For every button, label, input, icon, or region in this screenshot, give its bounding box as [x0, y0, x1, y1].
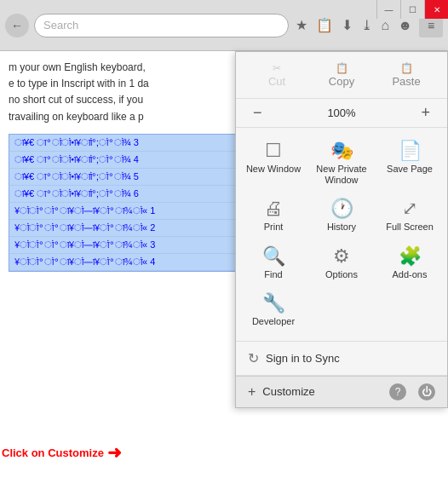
customize-row: + Customize ? ⏻: [236, 376, 447, 407]
history-label: History: [327, 222, 356, 233]
add-ons-label: Add-ons: [393, 269, 428, 280]
new-window-icon: ☐: [265, 141, 282, 160]
new-private-window-icon: 🎭: [330, 141, 353, 160]
new-private-window-label: New Private Window: [313, 164, 370, 186]
options-icon: ⚙: [333, 247, 350, 266]
full-screen-button[interactable]: ⤢Full Screen: [377, 194, 442, 238]
copy-label: Copy: [313, 75, 370, 88]
signin-icon: ↻: [248, 350, 259, 366]
full-screen-icon: ⤢: [402, 199, 417, 218]
minimize-button[interactable]: —: [376, 0, 400, 19]
add-ons-icon: 🧩: [399, 247, 422, 266]
edit-row: ✂ Cut 📋 Copy 📋 Paste: [236, 52, 447, 99]
new-private-window-button[interactable]: 🎭New Private Window: [309, 136, 374, 191]
close-button[interactable]: ✕: [424, 0, 448, 19]
history-button[interactable]: 🕐History: [309, 194, 374, 238]
print-label: Print: [264, 222, 284, 233]
click-label: Click on Customize ➜: [2, 442, 122, 463]
copy-button[interactable]: 📋 Copy: [309, 59, 374, 91]
print-button[interactable]: 🖨Print: [241, 194, 306, 238]
zoom-plus-button[interactable]: +: [414, 104, 437, 122]
find-icon: 🔍: [262, 247, 285, 266]
print-icon: 🖨: [264, 199, 283, 218]
bookmark-icon[interactable]: 📋: [314, 15, 335, 35]
back-button[interactable]: ←: [5, 14, 29, 37]
options-label: Options: [325, 269, 358, 280]
search-text: Search: [43, 19, 78, 32]
options-button[interactable]: ⚙Options: [309, 242, 374, 285]
history-icon: 🕐: [330, 199, 353, 218]
full-screen-label: Full Screen: [386, 222, 434, 233]
dropdown-menu: ✂ Cut 📋 Copy 📋 Paste − 100% + ☐New Windo…: [235, 51, 448, 408]
menu-icon: ≡: [428, 19, 434, 32]
star-icon[interactable]: ★: [294, 15, 309, 35]
developer-icon: 🔧: [262, 294, 285, 313]
save-page-button[interactable]: 📄Save Page: [377, 136, 442, 191]
customize-label[interactable]: Customize: [262, 385, 382, 398]
new-window-button[interactable]: ☐New Window: [241, 136, 306, 191]
developer-button[interactable]: 🔧Developer: [241, 289, 306, 332]
paste-button[interactable]: 📋 Paste: [374, 59, 439, 91]
cut-label: Cut: [248, 75, 306, 88]
content-area: m your own English keyboard,e to type in…: [0, 51, 448, 478]
paste-label: Paste: [377, 75, 435, 88]
search-bar[interactable]: Search: [34, 14, 289, 37]
zoom-value: 100%: [269, 107, 415, 119]
pocket-icon[interactable]: ⬇: [340, 15, 354, 35]
zoom-row: − 100% +: [236, 99, 447, 128]
find-button[interactable]: 🔍Find: [241, 242, 306, 285]
arrow-right-icon: ➜: [107, 442, 122, 463]
save-page-icon: 📄: [399, 141, 422, 160]
icon-grid: ☐New Window🎭New Private Window📄Save Page…: [236, 128, 447, 342]
save-page-label: Save Page: [387, 164, 433, 175]
download-icon[interactable]: ⤓: [359, 15, 374, 35]
maximize-button[interactable]: ☐: [400, 0, 424, 19]
add-ons-button[interactable]: 🧩Add-ons: [377, 242, 442, 285]
developer-label: Developer: [252, 316, 295, 327]
click-label-text: Click on Customize: [2, 446, 104, 459]
find-label: Find: [264, 269, 282, 280]
power-button[interactable]: ⏻: [418, 383, 435, 400]
power-icon: ⏻: [422, 386, 432, 398]
new-window-label: New Window: [246, 164, 301, 175]
customize-plus-icon: +: [248, 384, 256, 400]
help-button[interactable]: ?: [389, 383, 406, 400]
help-icon: ?: [395, 386, 401, 398]
cut-button[interactable]: ✂ Cut: [244, 59, 309, 91]
signin-row[interactable]: ↻ Sign in to Sync: [236, 342, 447, 376]
zoom-minus-button[interactable]: −: [246, 104, 269, 122]
back-icon: ←: [11, 19, 23, 32]
signin-label: Sign in to Sync: [266, 352, 340, 365]
window-controls: — ☐ ✕: [376, 0, 448, 19]
